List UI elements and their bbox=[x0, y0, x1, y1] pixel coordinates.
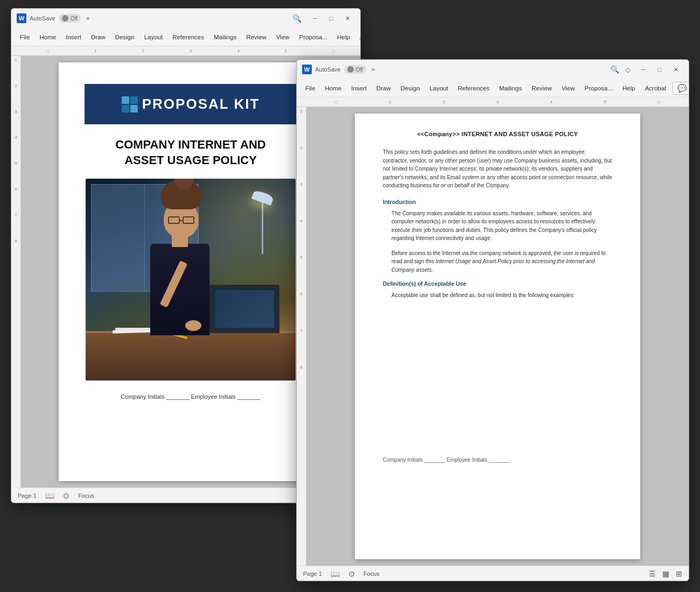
cover-main-title: COMPANY INTERNET AND ASSET USAGE POLICY bbox=[85, 137, 297, 168]
section1-para2: Before access to the Internet via the co… bbox=[391, 249, 612, 274]
tab-review-2[interactable]: Review bbox=[527, 83, 556, 94]
page-indicator-2: Page 1 bbox=[303, 570, 322, 577]
cover-initials: Company Initials _______ Employee Initia… bbox=[85, 393, 297, 400]
tab-design-2[interactable]: Design bbox=[396, 83, 424, 94]
tab-home-2[interactable]: Home bbox=[321, 83, 346, 94]
toggle-text-1: Off bbox=[71, 16, 78, 22]
cover-illustration bbox=[86, 179, 296, 380]
autosave-toggle-2[interactable]: Off bbox=[344, 65, 366, 74]
ribbon-1: File Home Insert Draw Design Layout Refe… bbox=[11, 28, 360, 46]
search-button-2[interactable]: 🔍 bbox=[607, 62, 622, 77]
tab-insert-2[interactable]: Insert bbox=[347, 83, 371, 94]
laptop-screen bbox=[212, 287, 277, 330]
maximize-button-2[interactable]: □ bbox=[652, 64, 667, 75]
page-initials-2: Company Initials _______ Employee Initia… bbox=[383, 457, 612, 463]
ruler-top-2: ◁ 1 2 3 4 5 ▷ bbox=[297, 97, 689, 107]
page-indicator-1: Page 1 bbox=[18, 492, 37, 499]
minimize-button-1[interactable]: ─ bbox=[307, 13, 323, 24]
word-icon-2: W bbox=[302, 65, 312, 74]
ribbon-2: File Home Insert Draw Design Layout Refe… bbox=[297, 79, 689, 97]
section1-title: Introduction bbox=[383, 199, 612, 205]
doc-page-2: <<Company>> INTERNET AND ASSET USAGE POL… bbox=[355, 114, 640, 559]
pk-logo-icon bbox=[122, 96, 138, 112]
page-spacer bbox=[383, 306, 612, 457]
word-window-2[interactable]: W AutoSave Off » 🔍 ◇ ─ □ ✕ File Home Ins… bbox=[296, 59, 689, 581]
ruler-top-1: ◁ 1 2 3 4 5 ▷ bbox=[11, 46, 360, 56]
autosave-toggle-1[interactable]: Off bbox=[59, 14, 81, 23]
intro-para: This policy sets forth guidelines and de… bbox=[383, 148, 612, 190]
search-button-1[interactable]: 🔍 bbox=[289, 11, 304, 26]
tab-view-2[interactable]: View bbox=[557, 83, 579, 94]
window-controls-2: ─ □ ✕ bbox=[636, 64, 683, 75]
section2-para1: Acceptable use shall be defined as, but … bbox=[391, 291, 612, 300]
tab-file-1[interactable]: File bbox=[16, 32, 34, 43]
diamond-icon-2[interactable]: ◇ bbox=[625, 66, 631, 74]
status-bar-2: Page 1 📖 ⊙ Focus ☰ ▦ ⊞ bbox=[297, 566, 689, 581]
tab-mailings-1[interactable]: Mailings bbox=[209, 32, 241, 43]
focus-icon-1[interactable]: ⊙ bbox=[63, 491, 69, 500]
layout-icon-2[interactable]: ☰ bbox=[649, 569, 656, 578]
tab-references-1[interactable]: References bbox=[168, 32, 208, 43]
policy-title: <<Company>> INTERNET AND ASSET USAGE POL… bbox=[383, 131, 612, 137]
tab-file-2[interactable]: File bbox=[301, 83, 320, 94]
tab-review-1[interactable]: Review bbox=[242, 32, 271, 43]
tab-help-2[interactable]: Help bbox=[618, 83, 640, 94]
toggle-text-2: Off bbox=[356, 67, 363, 73]
tab-mailings-2[interactable]: Mailings bbox=[495, 83, 526, 94]
proposal-kit-logo: PROPOSAL KIT bbox=[122, 96, 260, 112]
status-bar-right-2: ☰ ▦ ⊞ bbox=[649, 569, 682, 578]
tab-acrobat-1[interactable]: Acrobat bbox=[355, 32, 361, 43]
tab-help-1[interactable]: Help bbox=[333, 32, 354, 43]
comment-button-2[interactable]: 💬 bbox=[673, 82, 689, 95]
tab-references-2[interactable]: References bbox=[453, 83, 494, 94]
expand-icon-1[interactable]: » bbox=[86, 15, 90, 22]
zoom-icon-2[interactable]: ⊞ bbox=[676, 569, 682, 578]
laptop-back bbox=[209, 285, 279, 333]
expand-icon-2[interactable]: » bbox=[372, 66, 375, 73]
autosave-label-2: AutoSave bbox=[315, 66, 341, 73]
toggle-dot-1 bbox=[62, 15, 68, 22]
tab-draw-1[interactable]: Draw bbox=[87, 32, 110, 43]
view-icon-2[interactable]: ▦ bbox=[662, 569, 669, 578]
focus-icon-2[interactable]: ⊙ bbox=[348, 569, 355, 578]
tab-view-1[interactable]: View bbox=[272, 32, 294, 43]
glasses-left bbox=[168, 216, 180, 224]
tab-proposa-1[interactable]: Proposa... bbox=[295, 32, 332, 43]
window-controls-1: ─ □ ✕ bbox=[307, 13, 355, 24]
proposal-kit-text: PROPOSAL KIT bbox=[142, 96, 260, 112]
left-ruler-1: 1 2 3 4 5 6 7 8 bbox=[11, 56, 21, 488]
title-bar-2: W AutoSave Off » 🔍 ◇ ─ □ ✕ bbox=[297, 60, 689, 79]
word-icon-1: W bbox=[17, 13, 26, 23]
tab-proposa-2[interactable]: Proposa... bbox=[580, 83, 617, 94]
autosave-label-1: AutoSave bbox=[30, 15, 55, 22]
close-button-1[interactable]: ✕ bbox=[340, 13, 355, 24]
person-body bbox=[150, 244, 209, 335]
title-bar-1: W AutoSave Off » 🔍 ─ □ ✕ bbox=[11, 9, 360, 28]
section1-para1: The Company makes available its various … bbox=[391, 209, 612, 243]
doc-scroll-area-2[interactable]: <<Company>> INTERNET AND ASSET USAGE POL… bbox=[306, 107, 689, 566]
left-ruler-2: 1 2 3 4 5 6 7 8 bbox=[297, 107, 306, 566]
toggle-dot-2 bbox=[347, 66, 354, 73]
tab-insert-1[interactable]: Insert bbox=[61, 32, 86, 43]
minimize-button-2[interactable]: ─ bbox=[636, 64, 651, 75]
ruler-marks-2: ◁ 1 2 3 4 5 ▷ bbox=[309, 100, 687, 104]
section2-title: Definition(s) of Acceptable Use bbox=[383, 280, 612, 287]
glasses-right bbox=[183, 216, 194, 224]
focus-label-1: Focus bbox=[78, 492, 94, 499]
close-button-2[interactable]: ✕ bbox=[668, 64, 683, 75]
doc-area-2: 1 2 3 4 5 6 7 8 <<Company>> INTERNET AND… bbox=[297, 107, 689, 566]
tab-acrobat-2[interactable]: Acrobat bbox=[641, 83, 671, 94]
maximize-button-1[interactable]: □ bbox=[324, 13, 339, 24]
tab-design-1[interactable]: Design bbox=[111, 32, 139, 43]
read-mode-icon-1[interactable]: 📖 bbox=[45, 491, 54, 500]
read-mode-icon-2[interactable]: 📖 bbox=[331, 569, 340, 578]
glasses-bridge bbox=[180, 220, 183, 221]
focus-label-2: Focus bbox=[363, 570, 380, 577]
tab-layout-1[interactable]: Layout bbox=[140, 32, 167, 43]
tab-home-1[interactable]: Home bbox=[36, 32, 61, 43]
tab-layout-2[interactable]: Layout bbox=[425, 83, 453, 94]
doc-page-1: PROPOSAL KIT COMPANY INTERNET AND ASSET … bbox=[59, 62, 323, 481]
desk bbox=[86, 332, 296, 380]
tab-draw-2[interactable]: Draw bbox=[372, 83, 395, 94]
ruler-marks-1: ◁ 1 2 3 4 5 ▷ bbox=[23, 48, 358, 53]
